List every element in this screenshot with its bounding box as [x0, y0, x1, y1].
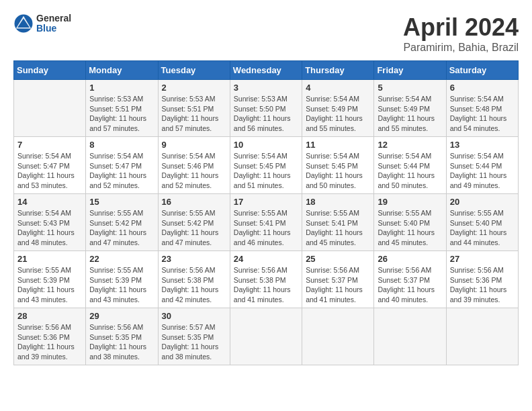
day-number: 24	[234, 254, 298, 264]
calendar-cell: 29Sunrise: 5:56 AMSunset: 5:35 PMDayligh…	[86, 308, 158, 365]
day-number: 9	[162, 140, 226, 150]
day-number: 26	[378, 254, 442, 264]
day-info: Sunrise: 5:53 AMSunset: 5:50 PMDaylight:…	[234, 94, 298, 134]
day-info: Sunrise: 5:54 AMSunset: 5:47 PMDaylight:…	[89, 151, 154, 191]
calendar-week-row: 28Sunrise: 5:56 AMSunset: 5:36 PMDayligh…	[14, 308, 519, 365]
day-number: 22	[89, 254, 154, 264]
day-info: Sunrise: 5:56 AMSunset: 5:37 PMDaylight:…	[378, 265, 442, 305]
day-number: 16	[162, 197, 226, 207]
day-number: 11	[306, 140, 370, 150]
day-number: 10	[234, 140, 298, 150]
calendar-cell	[446, 308, 518, 365]
calendar-cell: 18Sunrise: 5:55 AMSunset: 5:41 PMDayligh…	[302, 194, 374, 251]
day-info: Sunrise: 5:53 AMSunset: 5:51 PMDaylight:…	[89, 94, 154, 134]
day-number: 21	[17, 254, 82, 264]
day-info: Sunrise: 5:55 AMSunset: 5:41 PMDaylight:…	[306, 208, 370, 248]
calendar-cell: 22Sunrise: 5:55 AMSunset: 5:39 PMDayligh…	[86, 251, 158, 308]
day-info: Sunrise: 5:56 AMSunset: 5:36 PMDaylight:…	[17, 322, 82, 362]
calendar-cell: 1Sunrise: 5:53 AMSunset: 5:51 PMDaylight…	[86, 80, 158, 137]
calendar-cell: 6Sunrise: 5:54 AMSunset: 5:48 PMDaylight…	[446, 80, 518, 137]
day-info: Sunrise: 5:57 AMSunset: 5:35 PMDaylight:…	[162, 322, 226, 362]
day-number: 2	[162, 83, 226, 93]
calendar-week-row: 21Sunrise: 5:55 AMSunset: 5:39 PMDayligh…	[14, 251, 519, 308]
calendar-cell: 13Sunrise: 5:54 AMSunset: 5:44 PMDayligh…	[446, 137, 518, 194]
column-header-sunday: Sunday	[14, 61, 86, 80]
page-header: General Blue April 2024 Paramirim, Bahia…	[13, 13, 519, 54]
day-info: Sunrise: 5:55 AMSunset: 5:42 PMDaylight:…	[162, 208, 226, 248]
day-info: Sunrise: 5:53 AMSunset: 5:51 PMDaylight:…	[162, 94, 226, 134]
calendar-cell	[230, 308, 302, 365]
day-info: Sunrise: 5:54 AMSunset: 5:47 PMDaylight:…	[17, 151, 82, 191]
calendar-week-row: 1Sunrise: 5:53 AMSunset: 5:51 PMDaylight…	[14, 80, 519, 137]
calendar-cell: 12Sunrise: 5:54 AMSunset: 5:44 PMDayligh…	[374, 137, 446, 194]
calendar-cell: 8Sunrise: 5:54 AMSunset: 5:47 PMDaylight…	[86, 137, 158, 194]
day-info: Sunrise: 5:56 AMSunset: 5:35 PMDaylight:…	[89, 322, 154, 362]
calendar-week-row: 14Sunrise: 5:54 AMSunset: 5:43 PMDayligh…	[14, 194, 519, 251]
logo: General Blue	[13, 13, 71, 34]
calendar-cell: 9Sunrise: 5:54 AMSunset: 5:46 PMDaylight…	[158, 137, 230, 194]
title-block: April 2024 Paramirim, Bahia, Brazil	[403, 13, 519, 54]
calendar-table: SundayMondayTuesdayWednesdayThursdayFrid…	[13, 60, 519, 365]
day-info: Sunrise: 5:54 AMSunset: 5:45 PMDaylight:…	[234, 151, 298, 191]
day-number: 5	[378, 83, 442, 93]
calendar-cell: 30Sunrise: 5:57 AMSunset: 5:35 PMDayligh…	[158, 308, 230, 365]
day-info: Sunrise: 5:56 AMSunset: 5:36 PMDaylight:…	[450, 265, 515, 305]
day-number: 7	[17, 140, 82, 150]
column-header-saturday: Saturday	[446, 61, 518, 80]
calendar-cell: 25Sunrise: 5:56 AMSunset: 5:37 PMDayligh…	[302, 251, 374, 308]
calendar-cell: 19Sunrise: 5:55 AMSunset: 5:40 PMDayligh…	[374, 194, 446, 251]
day-number: 28	[17, 311, 82, 321]
day-number: 6	[450, 83, 515, 93]
calendar-cell: 20Sunrise: 5:55 AMSunset: 5:40 PMDayligh…	[446, 194, 518, 251]
calendar-cell	[302, 308, 374, 365]
day-info: Sunrise: 5:54 AMSunset: 5:43 PMDaylight:…	[17, 208, 82, 248]
calendar-cell: 3Sunrise: 5:53 AMSunset: 5:50 PMDaylight…	[230, 80, 302, 137]
day-info: Sunrise: 5:54 AMSunset: 5:49 PMDaylight:…	[306, 94, 370, 134]
month-title: April 2024	[403, 13, 519, 42]
day-info: Sunrise: 5:54 AMSunset: 5:46 PMDaylight:…	[162, 151, 226, 191]
day-info: Sunrise: 5:55 AMSunset: 5:42 PMDaylight:…	[89, 208, 154, 248]
calendar-cell: 16Sunrise: 5:55 AMSunset: 5:42 PMDayligh…	[158, 194, 230, 251]
day-info: Sunrise: 5:54 AMSunset: 5:45 PMDaylight:…	[306, 151, 370, 191]
calendar-cell: 17Sunrise: 5:55 AMSunset: 5:41 PMDayligh…	[230, 194, 302, 251]
calendar-cell: 10Sunrise: 5:54 AMSunset: 5:45 PMDayligh…	[230, 137, 302, 194]
calendar-cell: 11Sunrise: 5:54 AMSunset: 5:45 PMDayligh…	[302, 137, 374, 194]
day-info: Sunrise: 5:55 AMSunset: 5:40 PMDaylight:…	[378, 208, 442, 248]
day-info: Sunrise: 5:56 AMSunset: 5:37 PMDaylight:…	[306, 265, 370, 305]
calendar-cell: 21Sunrise: 5:55 AMSunset: 5:39 PMDayligh…	[14, 251, 86, 308]
day-info: Sunrise: 5:54 AMSunset: 5:44 PMDaylight:…	[450, 151, 515, 191]
day-number: 14	[17, 197, 82, 207]
day-number: 20	[450, 197, 515, 207]
day-number: 23	[162, 254, 226, 264]
calendar-cell: 7Sunrise: 5:54 AMSunset: 5:47 PMDaylight…	[14, 137, 86, 194]
logo-icon	[13, 13, 34, 34]
location-title: Paramirim, Bahia, Brazil	[403, 42, 519, 54]
calendar-cell: 24Sunrise: 5:56 AMSunset: 5:38 PMDayligh…	[230, 251, 302, 308]
calendar-header-row: SundayMondayTuesdayWednesdayThursdayFrid…	[14, 61, 519, 80]
calendar-cell: 26Sunrise: 5:56 AMSunset: 5:37 PMDayligh…	[374, 251, 446, 308]
day-number: 8	[89, 140, 154, 150]
column-header-tuesday: Tuesday	[158, 61, 230, 80]
day-number: 4	[306, 83, 370, 93]
day-info: Sunrise: 5:54 AMSunset: 5:49 PMDaylight:…	[378, 94, 442, 134]
calendar-cell	[14, 80, 86, 137]
day-number: 1	[89, 83, 154, 93]
calendar-cell: 27Sunrise: 5:56 AMSunset: 5:36 PMDayligh…	[446, 251, 518, 308]
calendar-cell: 5Sunrise: 5:54 AMSunset: 5:49 PMDaylight…	[374, 80, 446, 137]
day-info: Sunrise: 5:56 AMSunset: 5:38 PMDaylight:…	[234, 265, 298, 305]
day-info: Sunrise: 5:54 AMSunset: 5:48 PMDaylight:…	[450, 94, 515, 134]
logo-blue-text: Blue	[36, 24, 71, 34]
calendar-cell	[374, 308, 446, 365]
calendar-week-row: 7Sunrise: 5:54 AMSunset: 5:47 PMDaylight…	[14, 137, 519, 194]
day-number: 27	[450, 254, 515, 264]
calendar-cell: 23Sunrise: 5:56 AMSunset: 5:38 PMDayligh…	[158, 251, 230, 308]
day-number: 25	[306, 254, 370, 264]
day-number: 12	[378, 140, 442, 150]
day-info: Sunrise: 5:54 AMSunset: 5:44 PMDaylight:…	[378, 151, 442, 191]
column-header-monday: Monday	[86, 61, 158, 80]
day-number: 3	[234, 83, 298, 93]
day-number: 15	[89, 197, 154, 207]
logo-general-text: General	[36, 13, 71, 24]
column-header-friday: Friday	[374, 61, 446, 80]
day-number: 13	[450, 140, 515, 150]
